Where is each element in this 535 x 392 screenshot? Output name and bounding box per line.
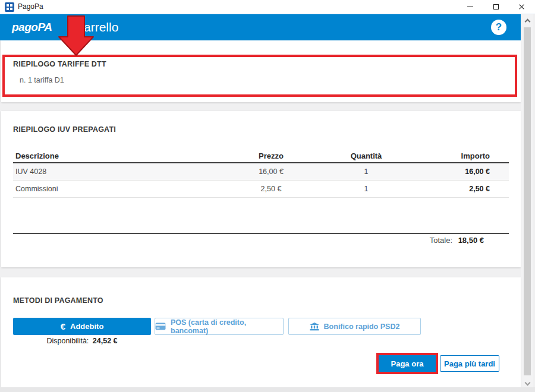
col-importo: Importo bbox=[414, 151, 509, 160]
availability-value: 24,52 € bbox=[93, 337, 118, 345]
cell-importo: 2,50 € bbox=[414, 185, 509, 193]
payment-heading: METODI DI PAGAMENTO bbox=[13, 296, 103, 305]
cell-descrizione: IUV 4028 bbox=[13, 167, 224, 176]
bank-icon bbox=[310, 323, 319, 331]
table-row: IUV 4028 16,00 € 1 16,00 € bbox=[13, 163, 509, 181]
col-prezzo: Prezzo bbox=[224, 151, 319, 160]
pagopa-logo: pagoPA bbox=[12, 14, 52, 40]
tariffe-heading: RIEPILOGO TARIFFE DTT bbox=[13, 60, 106, 68]
totale-label: Totale: bbox=[430, 236, 452, 245]
cell-quantita: 1 bbox=[319, 185, 414, 193]
col-descrizione: Descrizione bbox=[13, 151, 224, 160]
table-row: Commissioni 2,50 € 1 2,50 € bbox=[13, 181, 509, 198]
app-header: pagoPA - Carrello ? bbox=[0, 14, 521, 40]
iuv-heading: RIEPILOGO IUV PREPAGATI bbox=[13, 125, 116, 134]
totale-divider bbox=[13, 233, 509, 234]
euro-icon: € bbox=[61, 321, 65, 331]
totale-value: 18,50 € bbox=[458, 236, 484, 245]
app-icon bbox=[5, 2, 14, 12]
cell-quantita: 1 bbox=[319, 167, 414, 176]
pay-later-button[interactable]: Paga più tardi bbox=[440, 355, 499, 372]
minimize-button[interactable] bbox=[460, 0, 480, 14]
window-bottom-edge bbox=[0, 387, 535, 392]
col-quantita: Quantità bbox=[319, 151, 414, 160]
help-button[interactable]: ? bbox=[491, 20, 506, 35]
payment-card: METODI DI PAGAMENTO € Addebito POS (cart… bbox=[1, 277, 521, 387]
cell-prezzo: 16,00 € bbox=[224, 167, 319, 176]
bonifico-label: Bonifico rapido PSD2 bbox=[324, 323, 400, 331]
window-titlebar: PagoPa bbox=[0, 0, 535, 14]
close-icon bbox=[518, 4, 525, 10]
scroll-up-button[interactable] bbox=[524, 17, 534, 26]
maximize-button[interactable] bbox=[486, 0, 506, 14]
credit-card-icon bbox=[155, 323, 166, 330]
cell-descrizione: Commissioni bbox=[13, 185, 224, 193]
page-title: - Carrello bbox=[67, 14, 118, 40]
iuv-card: RIEPILOGO IUV PREPAGATI Descrizione Prez… bbox=[1, 111, 521, 267]
maximize-icon bbox=[493, 4, 499, 10]
minimize-icon bbox=[467, 7, 473, 7]
pay-now-button[interactable]: Paga ora bbox=[379, 355, 436, 372]
bonifico-button[interactable]: Bonifico rapido PSD2 bbox=[288, 318, 421, 335]
cell-prezzo: 2,50 € bbox=[224, 185, 319, 193]
annotation-pay-now-box: Paga ora bbox=[376, 353, 438, 374]
chevron-down-icon bbox=[525, 380, 531, 386]
pos-button[interactable]: POS (carta di credito, bancomat) bbox=[155, 318, 284, 335]
totale-row: Totale: 18,50 € bbox=[13, 236, 484, 245]
cell-importo: 16,00 € bbox=[414, 167, 509, 176]
tariffe-detail: n. 1 tariffa D1 bbox=[20, 76, 64, 84]
availability-label: Disponibilità: bbox=[46, 337, 89, 345]
iuv-table-header: Descrizione Prezzo Quantità Importo bbox=[13, 149, 509, 163]
iuv-table: Descrizione Prezzo Quantità Importo IUV … bbox=[13, 149, 509, 198]
pos-label: POS (carta di credito, bancomat) bbox=[171, 318, 283, 335]
window-title: PagoPa bbox=[18, 0, 43, 14]
addebito-button[interactable]: € Addebito bbox=[13, 318, 151, 335]
scrollbar[interactable] bbox=[521, 14, 533, 392]
addebito-label: Addebito bbox=[70, 322, 103, 331]
close-button[interactable] bbox=[511, 0, 531, 14]
chevron-up-icon bbox=[525, 19, 531, 25]
availability-text: Disponibilità: 24,52 € bbox=[13, 337, 151, 345]
tariffe-card: RIEPILOGO TARIFFE DTT n. 1 tariffa D1 bbox=[1, 40, 521, 102]
scrollbar-thumb[interactable] bbox=[524, 27, 531, 375]
